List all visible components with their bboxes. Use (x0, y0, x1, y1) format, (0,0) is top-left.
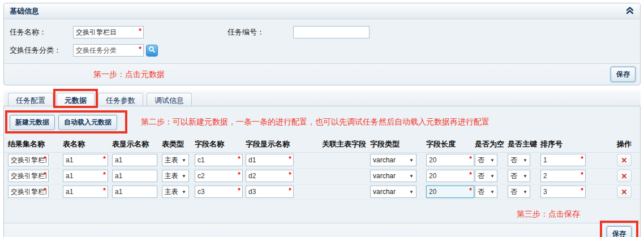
auto-load-metadata-button[interactable]: 自动载入元数据 (58, 115, 117, 130)
column-header: 是否主键 (504, 136, 537, 153)
field-name-input[interactable] (195, 186, 243, 198)
table-cell: ✕ (613, 153, 639, 169)
table-cell (319, 184, 367, 200)
cell-field: * (8, 170, 49, 182)
table-name-input[interactable] (63, 170, 108, 182)
field-name-input[interactable] (195, 154, 243, 166)
delete-row-button[interactable]: ✕ (617, 154, 632, 166)
table-cell: * (191, 184, 242, 200)
selected-value: 否 (510, 187, 517, 197)
field-length-input[interactable] (426, 186, 474, 198)
selected-value: 否 (478, 171, 484, 181)
cell-field: * (426, 170, 474, 182)
field-type-select[interactable]: varchar▼ (370, 154, 417, 166)
dropdown-arrow-icon: ▼ (182, 174, 186, 179)
selected-value: varchar (373, 172, 396, 180)
table-cell (319, 153, 367, 169)
category-search-button[interactable] (146, 45, 158, 57)
selected-value: 否 (478, 156, 484, 165)
nullable-select[interactable]: 否▼ (475, 154, 497, 166)
cell-field: * (63, 154, 108, 166)
cell-field: * (246, 170, 294, 182)
column-header: 字段名称 (191, 136, 242, 153)
result-set-input[interactable] (8, 186, 49, 198)
cell-field: * (246, 154, 294, 166)
field-type-select[interactable]: varchar▼ (370, 170, 417, 182)
delete-row-button[interactable]: ✕ (617, 186, 632, 198)
table-type-select[interactable]: 主表▼ (162, 186, 189, 198)
save-button-bottom[interactable]: 保存 (607, 226, 632, 237)
order-no-input[interactable] (540, 186, 586, 198)
table-display-input[interactable] (112, 170, 157, 182)
order-no-input[interactable] (540, 154, 586, 166)
cell-field: * (195, 154, 243, 166)
cell-field: * (426, 186, 474, 198)
basic-info-body: 任务名称： * 任务编号： 交换任务分类： * (4, 19, 640, 63)
collapse-panel-button[interactable] (625, 6, 634, 16)
column-header: 表类型 (158, 136, 191, 153)
primary-key-select[interactable]: 否▼ (508, 170, 530, 182)
field-length-input[interactable] (426, 154, 474, 166)
result-set-input[interactable] (8, 154, 49, 166)
column-header: 字段显示名称 (242, 136, 319, 153)
step2-annotation: 第二步：可以新建元数据，一条一条的进行配置，也可以先调试任务然后自动载入元数据再… (141, 117, 490, 127)
field-display-input[interactable] (246, 170, 294, 182)
nullable-select[interactable]: 否▼ (475, 170, 497, 182)
task-no-input[interactable] (293, 26, 370, 38)
cell-field: * (8, 186, 49, 198)
panel-title: 基础信息 (10, 6, 39, 16)
save-button-top[interactable]: 保存 (611, 67, 636, 82)
tab-metadata[interactable]: 元数据 (57, 93, 95, 106)
table-display-input[interactable] (112, 186, 157, 198)
field-display-input[interactable] (246, 154, 294, 166)
task-name-field: * (73, 26, 144, 38)
order-no-input[interactable] (540, 170, 586, 182)
result-set-input[interactable] (8, 170, 49, 182)
delete-row-button[interactable]: ✕ (617, 170, 632, 182)
task-name-input[interactable] (73, 26, 144, 38)
table-cell: 否▼ (504, 153, 537, 169)
cell-field: * (540, 154, 586, 166)
table-cell: * (5, 184, 59, 200)
table-type-select[interactable]: 主表▼ (162, 170, 189, 182)
field-type-select[interactable]: varchar▼ (370, 186, 417, 198)
basic-info-panel: 基础信息 任务名称： * 任务编号： (3, 3, 641, 85)
selected-value: 主表 (165, 187, 178, 197)
cell-field: * (8, 154, 49, 166)
tab-task-params[interactable]: 任务参数 (98, 93, 143, 106)
dropdown-arrow-icon: ▼ (182, 189, 186, 195)
field-name-input[interactable] (195, 170, 243, 182)
dropdown-arrow-icon: ▼ (409, 189, 414, 195)
table-name-input[interactable] (63, 186, 108, 198)
table-type-select[interactable]: 主表▼ (162, 154, 189, 166)
category-label: 交换任务分类： (10, 45, 73, 55)
new-metadata-button[interactable]: 新建元数据 (10, 115, 55, 130)
metadata-toolbar: 新建元数据 自动载入元数据 第二步：可以新建元数据，一条一条的进行配置，也可以先… (4, 106, 640, 135)
tab-task-config[interactable]: 任务配置 (8, 93, 53, 106)
table-cell: 否▼ (504, 169, 537, 184)
table-cell: * (242, 169, 319, 184)
selected-value: 主表 (165, 156, 178, 165)
field-display-input[interactable] (246, 186, 294, 198)
cell-field (112, 154, 157, 166)
selected-value: 否 (478, 187, 484, 197)
dropdown-arrow-icon: ▼ (523, 158, 527, 163)
column-header: 排序号 (537, 136, 613, 153)
metadata-footer: 保存 (4, 223, 640, 237)
magnifier-icon (148, 46, 156, 55)
table-cell: * (242, 153, 319, 169)
table-cell: ✕ (613, 184, 639, 200)
nullable-select[interactable]: 否▼ (475, 186, 497, 198)
table-cell: varchar▼ (367, 153, 423, 169)
cell-field: * (246, 186, 294, 198)
metadata-panel: 新建元数据 自动载入元数据 第二步：可以新建元数据，一条一条的进行配置，也可以先… (3, 106, 641, 237)
table-name-input[interactable] (63, 154, 108, 166)
tab-debug-info[interactable]: 调试信息 (147, 93, 192, 106)
primary-key-select[interactable]: 否▼ (508, 154, 530, 166)
tab-metadata-label: 元数据 (65, 96, 87, 105)
field-length-input[interactable] (426, 170, 474, 182)
category-input[interactable] (73, 44, 144, 57)
table-display-input[interactable] (112, 154, 157, 166)
dropdown-arrow-icon: ▼ (490, 174, 495, 179)
primary-key-select[interactable]: 否▼ (508, 186, 530, 198)
